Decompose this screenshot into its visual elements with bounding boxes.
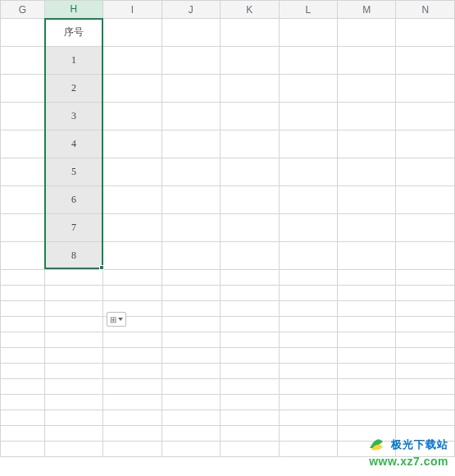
cell[interactable] bbox=[1, 426, 45, 442]
cell[interactable] bbox=[103, 19, 162, 47]
cell[interactable] bbox=[279, 410, 337, 426]
column-header-L[interactable]: L bbox=[279, 1, 337, 19]
cell[interactable] bbox=[396, 158, 455, 186]
cell[interactable] bbox=[1, 301, 45, 317]
cell[interactable] bbox=[103, 426, 162, 442]
cell[interactable] bbox=[221, 317, 279, 332]
cell[interactable] bbox=[279, 364, 337, 379]
cell-number[interactable]: 1 bbox=[44, 47, 103, 75]
cell[interactable] bbox=[221, 286, 279, 301]
cell[interactable] bbox=[337, 395, 395, 410]
cell[interactable] bbox=[1, 47, 45, 75]
cell[interactable] bbox=[162, 47, 220, 75]
cell[interactable] bbox=[162, 442, 220, 457]
cell[interactable] bbox=[103, 442, 162, 457]
cell[interactable] bbox=[162, 410, 220, 426]
cell[interactable] bbox=[103, 332, 162, 348]
cell[interactable] bbox=[1, 242, 45, 270]
cell[interactable] bbox=[221, 19, 279, 47]
cell[interactable] bbox=[221, 442, 279, 457]
cell[interactable] bbox=[396, 75, 455, 103]
cell[interactable] bbox=[279, 301, 337, 317]
cell[interactable] bbox=[103, 75, 162, 103]
cell[interactable] bbox=[279, 186, 337, 214]
cell[interactable] bbox=[396, 379, 455, 395]
cell[interactable] bbox=[1, 379, 45, 395]
cell[interactable] bbox=[44, 395, 103, 410]
cell[interactable] bbox=[279, 286, 337, 301]
cell[interactable] bbox=[337, 47, 395, 75]
cell[interactable] bbox=[162, 286, 220, 301]
cell[interactable] bbox=[221, 364, 279, 379]
cell[interactable] bbox=[279, 130, 337, 158]
cell-number[interactable]: 5 bbox=[44, 158, 103, 186]
cell[interactable] bbox=[396, 332, 455, 348]
cell[interactable] bbox=[279, 103, 337, 130]
cell[interactable] bbox=[162, 242, 220, 270]
cell[interactable] bbox=[103, 47, 162, 75]
cell[interactable] bbox=[279, 270, 337, 286]
cell[interactable] bbox=[221, 214, 279, 242]
cell[interactable] bbox=[221, 301, 279, 317]
cell[interactable] bbox=[279, 332, 337, 348]
cell[interactable] bbox=[1, 158, 45, 186]
cell[interactable] bbox=[1, 410, 45, 426]
cell[interactable] bbox=[44, 426, 103, 442]
column-header-I[interactable]: I bbox=[103, 1, 162, 19]
cell[interactable] bbox=[44, 348, 103, 364]
cell[interactable] bbox=[1, 214, 45, 242]
cell[interactable] bbox=[44, 286, 103, 301]
cell[interactable] bbox=[337, 301, 395, 317]
cell[interactable] bbox=[162, 301, 220, 317]
cell[interactable] bbox=[221, 130, 279, 158]
cell-number[interactable]: 4 bbox=[44, 130, 103, 158]
cell[interactable] bbox=[279, 19, 337, 47]
cell[interactable] bbox=[1, 270, 45, 286]
cell[interactable] bbox=[396, 301, 455, 317]
column-header-M[interactable]: M bbox=[337, 1, 395, 19]
cell[interactable] bbox=[337, 242, 395, 270]
cell[interactable] bbox=[221, 410, 279, 426]
cell[interactable] bbox=[103, 364, 162, 379]
cell[interactable] bbox=[103, 270, 162, 286]
cell[interactable] bbox=[279, 348, 337, 364]
cell[interactable] bbox=[279, 158, 337, 186]
cell[interactable] bbox=[337, 270, 395, 286]
cell[interactable] bbox=[103, 410, 162, 426]
cell[interactable] bbox=[44, 317, 103, 332]
cell[interactable] bbox=[279, 442, 337, 457]
cell[interactable] bbox=[162, 379, 220, 395]
cell[interactable] bbox=[279, 214, 337, 242]
cell[interactable] bbox=[396, 270, 455, 286]
cell[interactable] bbox=[1, 103, 45, 130]
cell[interactable] bbox=[221, 242, 279, 270]
cell-number[interactable]: 8 bbox=[44, 242, 103, 270]
cell[interactable] bbox=[103, 286, 162, 301]
cell[interactable] bbox=[279, 47, 337, 75]
cell[interactable] bbox=[44, 364, 103, 379]
cell[interactable] bbox=[337, 317, 395, 332]
cell[interactable] bbox=[1, 364, 45, 379]
cell[interactable] bbox=[337, 130, 395, 158]
cell[interactable] bbox=[1, 75, 45, 103]
cell[interactable] bbox=[1, 395, 45, 410]
cell[interactable] bbox=[337, 19, 395, 47]
cell[interactable] bbox=[44, 379, 103, 395]
cell[interactable] bbox=[337, 186, 395, 214]
cell[interactable] bbox=[221, 395, 279, 410]
cell[interactable] bbox=[103, 348, 162, 364]
cell[interactable] bbox=[396, 395, 455, 410]
cell[interactable] bbox=[396, 19, 455, 47]
cell[interactable] bbox=[337, 286, 395, 301]
cell[interactable] bbox=[279, 317, 337, 332]
cell[interactable] bbox=[337, 158, 395, 186]
cell[interactable] bbox=[162, 332, 220, 348]
cell[interactable] bbox=[337, 75, 395, 103]
cell[interactable] bbox=[337, 103, 395, 130]
spreadsheet-grid[interactable]: GHIJKLMN 序号12345678 bbox=[0, 0, 455, 457]
cell[interactable] bbox=[221, 426, 279, 442]
cell[interactable] bbox=[1, 286, 45, 301]
cell[interactable] bbox=[1, 186, 45, 214]
cell[interactable] bbox=[337, 332, 395, 348]
cell[interactable] bbox=[162, 317, 220, 332]
